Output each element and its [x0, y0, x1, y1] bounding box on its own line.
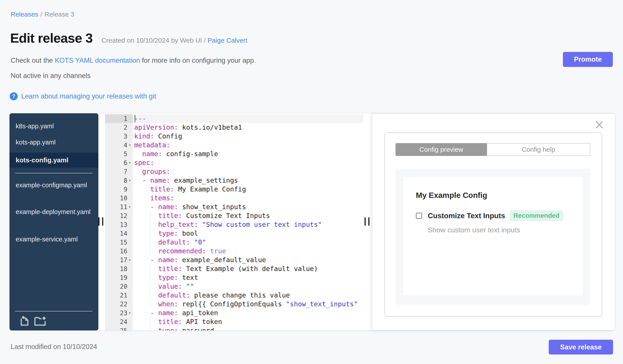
editor-line[interactable]: 11▾ - name: show_text_inputs	[105, 202, 363, 211]
editor-line[interactable]: 24 title: API token	[105, 317, 363, 326]
sidebar-file-example-service[interactable]: example-service.yaml	[9, 234, 98, 244]
editor-code-line[interactable]: apiVersion: kots.io/v1beta1	[133, 123, 363, 132]
yaml-editor[interactable]: 1 ---2 apiVersion: kots.io/v1beta13 kind…	[105, 113, 363, 330]
editor-code-line[interactable]: metadata:	[133, 141, 363, 150]
promote-button[interactable]: Promote	[563, 52, 613, 67]
tab-config-help[interactable]: Config help	[487, 143, 590, 156]
editor-gutter-cell: 14	[105, 229, 133, 238]
editor-code-line[interactable]: when: repl{{ ConfigOptionEquals "show_te…	[133, 300, 363, 309]
fold-toggle-icon[interactable]: ▾	[128, 311, 132, 315]
fold-spacer	[128, 276, 132, 280]
editor-line[interactable]: 17▾ - name: example_default_value	[105, 256, 363, 264]
editor-line[interactable]: 7 groups:	[105, 167, 363, 176]
fold-spacer	[128, 249, 132, 253]
editor-code-line[interactable]: - name: show_text_inputs	[133, 202, 363, 211]
editor-line[interactable]: 25 type: password	[105, 326, 363, 330]
sidebar-bottom-toolbar	[15, 311, 92, 328]
sidebar-file-kots-app[interactable]: kots-app.yaml	[9, 137, 98, 147]
editor-code-line[interactable]: title: Customize Text Inputs	[133, 211, 363, 220]
editor-line[interactable]: 5 name: config-sample	[105, 150, 363, 158]
new-folder-icon[interactable]	[34, 315, 46, 326]
tab-config-preview[interactable]: Config preview	[396, 143, 487, 156]
sidebar-file-example-configmap[interactable]: example-configmap.yaml	[9, 180, 98, 202]
recommended-badge: Recommended	[510, 210, 563, 221]
editor-line[interactable]: 21 default: please change this value	[105, 291, 363, 300]
line-number: 15	[120, 239, 127, 246]
fold-toggle-icon[interactable]: ▾	[128, 179, 132, 182]
editor-code-line[interactable]: items:	[133, 194, 363, 202]
editor-code-line[interactable]: default: please change this value	[133, 291, 363, 300]
editor-code-line[interactable]: value: ""	[133, 282, 363, 291]
editor-line[interactable]: 1 ---	[105, 114, 363, 123]
editor-code-line[interactable]: spec:	[133, 158, 363, 167]
git-releases-link[interactable]: Learn about managing your releases with …	[21, 92, 156, 100]
fold-toggle-icon[interactable]: ▾	[128, 258, 132, 262]
editor-gutter-cell: 3	[105, 132, 133, 141]
sidebar-editor-resize-handle[interactable]	[98, 217, 105, 226]
editor-gutter-cell: 11▾	[105, 202, 133, 211]
created-author-link[interactable]: Paige Calvert	[208, 37, 247, 44]
editor-line[interactable]: 6▾spec:	[105, 158, 363, 167]
editor-line[interactable]: 19 type: text	[105, 273, 363, 282]
editor-line[interactable]: 13 help_text: "Show custom user text inp…	[105, 220, 363, 229]
sidebar-file-example-deployment[interactable]: example-deployment.yaml	[9, 206, 98, 228]
breadcrumb: Releases/Release 3	[11, 11, 74, 18]
editor-line[interactable]: 18 title: Text Example (with default val…	[105, 264, 363, 273]
sidebar-file-k8s-app[interactable]: k8s-app.yaml	[9, 121, 98, 131]
editor-line[interactable]: 4▾metadata:	[105, 141, 363, 150]
editor-line[interactable]: 3 kind: Config	[105, 132, 363, 141]
kots-yaml-doc-link[interactable]: KOTS YAML documentation	[55, 57, 140, 64]
editor-line[interactable]: 22 when: repl{{ ConfigOptionEquals "show…	[105, 300, 363, 309]
fold-toggle-icon[interactable]: ▾	[128, 161, 132, 165]
doc-line-prefix: Check out the	[11, 57, 55, 64]
editor-code-line[interactable]: type: text	[133, 273, 363, 282]
editor-line[interactable]: 9 title: My Example Config	[105, 185, 363, 194]
editor-line[interactable]: 12 title: Customize Text Inputs	[105, 211, 363, 220]
editor-line[interactable]: 2 apiVersion: kots.io/v1beta1	[105, 123, 363, 132]
save-release-button[interactable]: Save release	[549, 340, 613, 355]
customize-text-inputs-checkbox[interactable]	[416, 213, 422, 219]
fold-toggle-icon[interactable]: ▾	[128, 205, 132, 209]
editor-code-line[interactable]: title: Text Example (with default value)	[133, 264, 363, 273]
editor-gutter-cell: 10	[105, 194, 133, 202]
editor-panel-resize-handle[interactable]	[365, 217, 371, 226]
editor-code-line[interactable]: ---	[133, 114, 363, 123]
fold-spacer	[128, 152, 132, 156]
editor-code-line[interactable]: - name: api_token	[133, 309, 363, 317]
editor-code-line[interactable]: groups:	[133, 167, 363, 176]
config-item-label: Customize Text Inputs	[428, 212, 505, 220]
editor-code-line[interactable]: title: My Example Config	[133, 185, 363, 194]
breadcrumb-current: Release 3	[44, 11, 74, 18]
editor-code-line[interactable]: help_text: "Show custom user text inputs…	[133, 220, 363, 229]
editor-line[interactable]: 23▾ - name: api_token	[105, 309, 363, 317]
editor-line[interactable]: 8▾ - name: example_settings	[105, 176, 363, 185]
editor-line[interactable]: 16 recommended: true	[105, 247, 363, 256]
fold-spacer	[128, 196, 132, 200]
editor-code-line[interactable]: type: password	[133, 326, 363, 330]
editor-code-line[interactable]: - name: example_settings	[133, 176, 363, 185]
close-icon[interactable]	[595, 120, 604, 129]
line-number: 24	[120, 318, 127, 325]
line-number: 5	[124, 150, 127, 158]
editor-line[interactable]: 14 type: bool	[105, 229, 363, 238]
line-number: 10	[120, 195, 127, 202]
question-mark-icon[interactable]: ?	[10, 92, 18, 100]
editor-line[interactable]: 15 default: "0"	[105, 238, 363, 247]
new-file-icon[interactable]	[19, 315, 30, 326]
editor-code-line[interactable]: recommended: true	[133, 247, 363, 256]
line-number: 20	[120, 283, 127, 290]
editor-gutter-cell: 12	[105, 211, 133, 220]
editor-code-line[interactable]: title: API token	[133, 317, 363, 326]
sidebar-file-kots-config[interactable]: kots-config.yaml	[9, 153, 98, 168]
config-preview-area: My Example Config Customize Text Inputs …	[396, 169, 590, 305]
editor-line[interactable]: 20 value: ""	[105, 282, 363, 291]
editor-code-line[interactable]: kind: Config	[133, 132, 363, 141]
editor-code-line[interactable]: default: "0"	[133, 238, 363, 247]
breadcrumb-releases-link[interactable]: Releases	[11, 11, 38, 18]
fold-spacer	[128, 117, 132, 121]
editor-code-line[interactable]: name: config-sample	[133, 150, 363, 158]
editor-code-line[interactable]: type: bool	[133, 229, 363, 238]
editor-code-line[interactable]: - name: example_default_value	[133, 256, 363, 264]
fold-toggle-icon[interactable]: ▾	[128, 143, 132, 147]
editor-line[interactable]: 10 items:	[105, 194, 363, 202]
